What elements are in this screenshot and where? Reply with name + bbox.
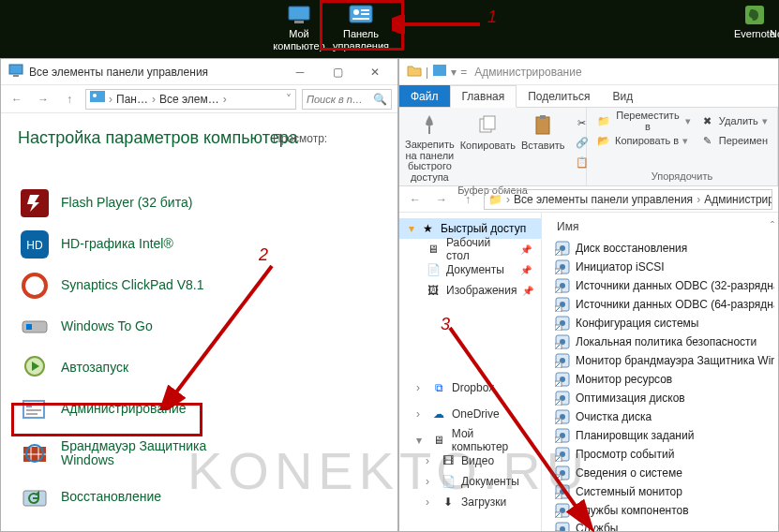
list-item[interactable]: Службы компонентов bbox=[551, 501, 774, 520]
search-input[interactable]: 🔍 bbox=[302, 89, 392, 110]
shortcut-icon bbox=[555, 466, 570, 480]
list-item[interactable]: Инициатор iSCSI bbox=[551, 258, 774, 276]
shortcut-icon bbox=[555, 316, 570, 331]
svg-rect-22 bbox=[26, 404, 32, 407]
crumb-segment[interactable]: Все элем… bbox=[159, 93, 219, 106]
svg-point-3 bbox=[353, 9, 359, 15]
titlebar: | ▾ = Администрирование bbox=[399, 59, 778, 85]
unknown-icon bbox=[767, 4, 779, 26]
control-panel-body: Настройка параметров компьютера Просмотр… bbox=[1, 113, 397, 531]
nav-documents[interactable]: 📄Документы📌 bbox=[399, 259, 541, 280]
nav-back-button[interactable]: ← bbox=[7, 89, 27, 110]
nav-label: Мой компьютер bbox=[452, 427, 532, 453]
folder-icon bbox=[407, 64, 422, 80]
move-to-button[interactable]: 📁Переместить в▾ bbox=[592, 111, 695, 130]
nav-label: Изображения bbox=[446, 284, 517, 297]
crumb-segment[interactable]: Все элементы панели управления bbox=[514, 193, 693, 206]
search-field[interactable] bbox=[307, 94, 373, 105]
nav-dropbox[interactable]: ›⧉Dropbox bbox=[399, 377, 541, 398]
svg-rect-0 bbox=[289, 7, 309, 20]
list-item[interactable]: Диск восстановления bbox=[551, 239, 774, 258]
list-item[interactable]: Системный монитор bbox=[551, 482, 774, 501]
svg-point-16 bbox=[23, 274, 46, 297]
list-item[interactable]: Очистка диска bbox=[551, 407, 774, 426]
list-item-label: Системный монитор bbox=[576, 485, 682, 498]
desktop-icon-truncated[interactable]: No bbox=[767, 4, 779, 40]
list-item[interactable]: Монитор ресурсов bbox=[551, 370, 774, 389]
breadcrumb[interactable]: › Пан… › Все элем… › ˅ bbox=[85, 89, 296, 110]
tab-view[interactable]: Вид bbox=[601, 85, 644, 107]
documents-icon: 📄 bbox=[426, 262, 441, 277]
nav-desktop[interactable]: 🖥Рабочий стол📌 bbox=[399, 239, 541, 259]
copy-to-button[interactable]: 📂Копировать в▾ bbox=[592, 131, 695, 150]
tab-home[interactable]: Главная bbox=[450, 85, 517, 108]
copy-button[interactable]: Копировать bbox=[460, 111, 516, 183]
list-item[interactable]: Источники данных ODBC (64-разрядна… bbox=[551, 295, 774, 314]
delete-button[interactable]: ✖Удалить▾ bbox=[697, 111, 772, 130]
nav-forward-button[interactable]: → bbox=[431, 189, 452, 210]
list-item[interactable]: Источники данных ODBC (32-разрядна… bbox=[551, 276, 774, 295]
shortcut-icon bbox=[555, 503, 570, 518]
nav-up-button[interactable]: ↑ bbox=[457, 189, 478, 210]
maximize-button[interactable]: ▢ bbox=[319, 59, 356, 85]
nav-my-pc[interactable]: ▾🖥Мой компьютер bbox=[399, 430, 541, 451]
cp-item-flash[interactable]: Flash Player (32 бита) bbox=[18, 184, 381, 223]
nav-up-button[interactable]: ↑ bbox=[59, 89, 80, 110]
nav-forward-button[interactable]: → bbox=[33, 89, 53, 110]
pin-quick-access-button[interactable]: Закрепить на панели быстрого доступа bbox=[405, 111, 455, 183]
cp-item-admin-tools[interactable]: Администрирование bbox=[18, 390, 381, 429]
rename-button[interactable]: ✎Переимен bbox=[697, 131, 772, 150]
list-item[interactable]: Сведения о системе bbox=[551, 464, 774, 482]
quick-access-separator: | bbox=[426, 66, 428, 79]
tab-file[interactable]: Файл bbox=[399, 85, 450, 107]
breadcrumb[interactable]: 📁 › Все элементы панели управления › Адм… bbox=[484, 189, 772, 210]
list-item[interactable]: Локальная политика безопасности bbox=[551, 332, 774, 351]
nav-videos[interactable]: ›🎞Видео bbox=[399, 451, 541, 471]
cp-item-firewall[interactable]: Брандмауэр Защитника Windows bbox=[18, 431, 381, 476]
ribbon-label: Вставить bbox=[521, 140, 565, 151]
chevron-down-icon[interactable]: ˅ bbox=[286, 93, 292, 106]
minimize-button[interactable]: ─ bbox=[281, 59, 319, 85]
crumb-segment[interactable]: Администрирование bbox=[704, 193, 772, 206]
list-item-label: Конфигурация системы bbox=[576, 317, 698, 330]
nav-onedrive[interactable]: ›☁OneDrive bbox=[399, 404, 541, 424]
svg-rect-32 bbox=[433, 65, 446, 76]
downloads-icon: ⬇ bbox=[441, 495, 456, 510]
annotation-arrow-1 bbox=[392, 15, 482, 34]
shortcut-icon bbox=[555, 372, 570, 387]
tab-share[interactable]: Поделиться bbox=[517, 85, 601, 107]
list-item[interactable]: Монитор брандмауэра Защитника Win… bbox=[551, 351, 774, 370]
ribbon-label: Удалить bbox=[719, 115, 758, 126]
close-button[interactable]: ✕ bbox=[356, 59, 394, 85]
column-header-name[interactable]: Имяˆ bbox=[551, 220, 774, 239]
paste-button[interactable]: Вставить bbox=[521, 111, 565, 183]
list-item[interactable]: Просмотр событий bbox=[551, 445, 774, 464]
nav-tree[interactable]: ▾ ★ Быстрый доступ 🖥Рабочий стол📌 📄Докум… bbox=[399, 213, 542, 531]
nav-downloads[interactable]: ›⬇Загрузки bbox=[399, 492, 541, 512]
documents-icon: 📄 bbox=[441, 474, 456, 489]
cp-item-autoplay[interactable]: Автозапуск bbox=[18, 348, 381, 388]
cp-item-wtg[interactable]: Windows To Go bbox=[18, 307, 381, 347]
list-item[interactable]: Службы bbox=[551, 520, 774, 531]
view-mode-label[interactable]: Просмотр: bbox=[273, 132, 327, 145]
list-item-label: Источники данных ODBC (32-разрядна… bbox=[576, 279, 774, 292]
list-item[interactable]: Конфигурация системы bbox=[551, 314, 774, 332]
desktop-icon-my-computer[interactable]: Мой компьютер bbox=[264, 4, 334, 52]
file-list[interactable]: Имяˆ Диск восстановленияИнициатор iSCSIИ… bbox=[542, 213, 778, 531]
desktop-icon-control-panel[interactable]: Панель управления bbox=[326, 4, 396, 52]
list-item[interactable]: Оптимизация дисков bbox=[551, 389, 774, 407]
nav-pictures[interactable]: 🖼Изображения📌 bbox=[399, 280, 541, 301]
chevron-down-icon[interactable]: ▾ bbox=[409, 222, 414, 235]
nav-documents-2[interactable]: ›📄Документы bbox=[399, 471, 541, 492]
list-item[interactable]: Планировщик заданий bbox=[551, 426, 774, 445]
ribbon: Закрепить на панели быстрого доступа Коп… bbox=[399, 108, 778, 186]
list-item-label: Сведения о системе bbox=[576, 466, 682, 480]
nav-back-button[interactable]: ← bbox=[405, 189, 426, 210]
ribbon-group-label: Упорядочить bbox=[592, 169, 772, 185]
cp-item-synaptics[interactable]: Synaptics ClickPad V8.1 bbox=[18, 266, 381, 305]
shortcut-icon bbox=[555, 391, 570, 406]
cp-item-intel[interactable]: HD HD-графика Intel® bbox=[18, 225, 381, 264]
crumb-segment[interactable]: Пан… bbox=[116, 93, 148, 106]
list-item-label: Диск восстановления bbox=[576, 242, 687, 255]
cp-item-recovery[interactable]: Восстановление bbox=[18, 478, 381, 517]
